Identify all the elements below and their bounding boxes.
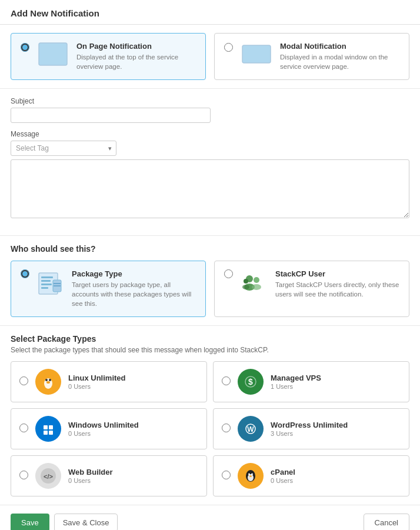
modal-card-content: Modal Notification Displayed in a modal … (280, 42, 399, 71)
stackcp-user-content: StackCP User Target StackCP Users direct… (275, 269, 399, 299)
wordpress-label: WordPress Unlimited (271, 421, 348, 429)
svg-point-44 (248, 474, 254, 481)
svg-point-28 (46, 381, 50, 384)
package-type-card[interactable]: Package Type Target users by package typ… (11, 261, 206, 317)
windows-users: 0 Users (68, 430, 139, 437)
svg-rect-34 (49, 425, 53, 429)
cancel-button[interactable]: Cancel (364, 514, 409, 530)
cpanel-radio[interactable] (222, 471, 231, 479)
on-page-card-content: On Page Notification Displayed at the to… (76, 42, 196, 71)
svg-point-32 (41, 421, 56, 436)
on-page-notification-icon (38, 42, 68, 66)
package-type-radio[interactable] (21, 269, 29, 278)
svg-point-23 (242, 285, 249, 289)
package-item-web-builder[interactable]: </> Web Builder 0 Users (11, 455, 207, 496)
linux-users: 0 Users (68, 383, 126, 390)
svg-rect-8 (246, 57, 256, 59)
windows-info: Windows Unlimited 0 Users (68, 421, 139, 437)
package-type-content: Package Type Target users by package typ… (72, 269, 196, 308)
packages-title: Select Package Types (11, 334, 409, 344)
on-page-notification-card[interactable]: On Page Notification Displayed at the to… (11, 33, 206, 80)
stackcp-radio-wrap[interactable] (224, 269, 233, 280)
package-item-managed-vps[interactable]: $ Managed VPS 1 Users (213, 361, 409, 402)
subject-message-section: Subject Message Select Tag (0, 89, 420, 236)
svg-rect-1 (41, 45, 65, 49)
message-group: Message Select Tag (11, 130, 409, 220)
wordpress-info: WordPress Unlimited 3 Users (271, 421, 348, 437)
svg-rect-3 (41, 55, 54, 57)
select-tag-wrapper[interactable]: Select Tag (11, 141, 116, 156)
svg-text:W: W (247, 425, 254, 434)
package-grid: Linux Unlimited 0 Users $ Managed VPS 1 … (11, 361, 409, 496)
subject-label: Subject (11, 97, 409, 105)
windows-label: Windows Unlimited (68, 421, 139, 429)
on-page-radio[interactable] (21, 43, 29, 52)
save-close-button[interactable]: Save & Close (54, 514, 118, 530)
packages-description: Select the package types that should see… (11, 346, 409, 354)
wordpress-radio-wrap[interactable] (222, 424, 231, 434)
modal-radio-wrap[interactable] (224, 43, 233, 54)
cpanel-users: 0 Users (271, 477, 295, 484)
package-item-wordpress[interactable]: W WordPress Unlimited 3 Users (213, 408, 409, 449)
message-textarea[interactable] (11, 159, 409, 218)
wordpress-radio[interactable] (222, 424, 231, 432)
svg-rect-4 (41, 59, 52, 61)
package-type-icon (36, 269, 65, 298)
package-item-windows[interactable]: Windows Unlimited 0 Users (11, 408, 207, 449)
stackcp-user-icon (240, 269, 268, 298)
notification-type-section: On Page Notification Displayed at the to… (0, 25, 420, 89)
managed-vps-icon: $ (238, 369, 264, 395)
svg-point-26 (45, 379, 48, 381)
cpanel-icon (238, 463, 264, 489)
managed-vps-radio[interactable] (222, 376, 231, 385)
managed-vps-info: Managed VPS 1 Users (271, 374, 321, 390)
svg-point-27 (49, 379, 51, 381)
select-tag-dropdown[interactable]: Select Tag (11, 141, 116, 156)
package-types-section: Select Package Types Select the package … (0, 326, 420, 505)
audience-options: Package Type Target users by package typ… (11, 261, 409, 317)
stackcp-radio[interactable] (224, 269, 233, 278)
audience-title: Who should see this? (11, 244, 409, 254)
stackcp-user-label: StackCP User (275, 269, 399, 278)
modal-radio[interactable] (224, 43, 233, 52)
web-builder-radio[interactable] (19, 471, 28, 479)
svg-point-47 (249, 475, 252, 477)
web-builder-info: Web Builder 0 Users (68, 468, 113, 484)
web-builder-radio-wrap[interactable] (19, 471, 28, 481)
save-button[interactable]: Save (11, 514, 49, 530)
message-label: Message (11, 130, 409, 138)
svg-rect-11 (41, 276, 53, 278)
wordpress-users: 3 Users (271, 430, 348, 437)
subject-group: Subject (11, 97, 409, 123)
page-title: Add New Notification (0, 0, 420, 25)
on-page-description: Displayed at the top of the service over… (76, 52, 196, 71)
windows-radio-wrap[interactable] (19, 424, 28, 434)
cpanel-radio-wrap[interactable] (222, 471, 231, 481)
svg-rect-12 (41, 280, 51, 282)
managed-vps-users: 1 Users (271, 383, 321, 390)
cpanel-info: cPanel 0 Users (271, 468, 295, 484)
stackcp-user-description: Target StackCP Users directly, only thes… (275, 280, 399, 299)
svg-text:$: $ (248, 377, 253, 386)
package-type-label: Package Type (72, 269, 196, 278)
on-page-radio-wrap[interactable] (21, 43, 29, 54)
package-type-radio-wrap[interactable] (21, 269, 29, 280)
package-type-description: Target users by package type, all accoun… (72, 280, 196, 308)
svg-rect-7 (246, 54, 260, 55)
web-builder-label: Web Builder (68, 468, 113, 476)
package-item-cpanel[interactable]: cPanel 0 Users (213, 455, 409, 496)
stackcp-user-card[interactable]: StackCP User Target StackCP Users direct… (214, 261, 409, 317)
windows-radio[interactable] (19, 424, 28, 432)
modal-notification-card[interactable]: Modal Notification Displayed in a modal … (214, 33, 409, 80)
svg-point-45 (248, 474, 250, 475)
linux-icon (35, 369, 61, 395)
windows-icon (35, 416, 61, 442)
package-item-linux[interactable]: Linux Unlimited 0 Users (11, 361, 207, 402)
subject-input[interactable] (11, 108, 211, 123)
managed-vps-radio-wrap[interactable] (222, 376, 231, 387)
linux-radio-wrap[interactable] (19, 376, 28, 387)
linux-radio[interactable] (19, 376, 28, 385)
svg-point-21 (252, 284, 261, 290)
cpanel-label: cPanel (271, 468, 295, 476)
audience-section: Who should see this? Package (0, 236, 420, 326)
